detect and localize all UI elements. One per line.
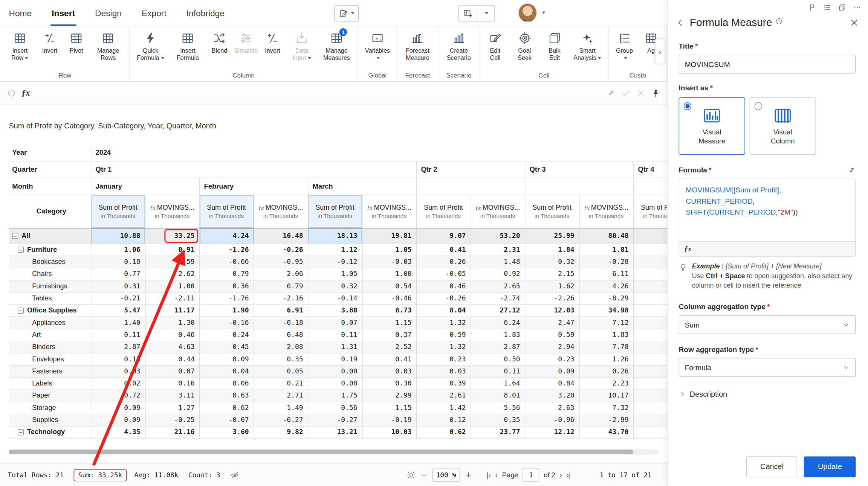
measure-header-movings-9[interactable]: ƒxMOVINGS...in Thousands [579, 195, 633, 228]
tab-home[interactable]: Home [9, 0, 32, 26]
cell-technology-9[interactable]: 43.70 [579, 426, 633, 438]
option-visual-column[interactable]: Visual Column [750, 98, 816, 155]
cell-paper-8[interactable]: 3.20 [525, 389, 579, 401]
category-header[interactable]: Category [9, 195, 91, 228]
cell-paper-0[interactable]: 0.72 [91, 389, 145, 401]
cell-paper-5[interactable]: 2.99 [362, 389, 416, 401]
ribbon-button-pivot[interactable]: Pivot [64, 29, 89, 57]
cell-envelopes-1[interactable]: 0.44 [145, 353, 199, 365]
measure-header-sum-of-profit-6[interactable]: Sum of Profitin Thousands [416, 195, 471, 228]
add-visual-icon[interactable] [459, 6, 476, 21]
cell-tables-9[interactable]: -8.29 [579, 292, 633, 304]
cell-furniture-1[interactable]: 0.91 [145, 244, 199, 256]
row-label-fasteners[interactable]: Fasteners [9, 365, 91, 377]
collapse-icon[interactable]: – [18, 247, 24, 253]
cell-envelopes-7[interactable]: 0.50 [471, 353, 525, 365]
row-label-appliances[interactable]: Appliances [9, 316, 91, 328]
cell-binders-7[interactable]: 2.87 [471, 341, 525, 353]
tab-export[interactable]: Export [142, 0, 167, 26]
cell-storage-clipped[interactable] [633, 402, 667, 414]
quarter-header-qtr-1[interactable]: Qtr 1 [91, 161, 416, 178]
cell-appliances-1[interactable]: 1.30 [145, 316, 199, 328]
cell-envelopes-0[interactable]: 0.15 [91, 353, 145, 365]
cell-appliances-0[interactable]: 1.40 [91, 316, 145, 328]
cell-art-6[interactable]: 0.59 [416, 329, 471, 341]
cell-art-5[interactable]: 0.37 [362, 329, 416, 341]
cell-labels-8[interactable]: 0.84 [525, 377, 579, 389]
cell-technology-8[interactable]: 12.12 [525, 426, 579, 438]
row-label-office-supplies[interactable]: –Office Supplies [9, 304, 91, 316]
add-visual-split-button[interactable] [458, 5, 495, 21]
cell-technology-clipped[interactable] [633, 426, 667, 438]
expand-formula-icon[interactable] [606, 88, 616, 98]
cell-all-6[interactable]: 9.07 [416, 228, 471, 243]
cell-office-supplies-2[interactable]: 1.90 [199, 304, 254, 316]
ribbon-button-group[interactable]: Group [612, 29, 637, 64]
cell-chairs-8[interactable]: 2.15 [525, 268, 579, 280]
collapse-icon[interactable]: – [18, 430, 24, 436]
measure-header-sum-of-profit-10[interactable]: Sum of Profitin Thousands [633, 195, 667, 228]
cell-office-supplies-0[interactable]: 5.47 [91, 304, 145, 316]
ribbon-button-bulk-edit[interactable]: Bulk Edit [541, 29, 568, 64]
cell-supplies-9[interactable]: -2.99 [579, 414, 633, 426]
cell-bookcases-2[interactable]: -0.66 [199, 256, 254, 268]
back-icon[interactable] [675, 18, 685, 27]
cell-all-8[interactable]: 25.99 [525, 228, 579, 243]
cell-all-9[interactable]: 80.48 [579, 228, 633, 243]
cell-storage-5[interactable]: 1.15 [362, 402, 416, 414]
ribbon-button-insert-row[interactable]: Insert Row [4, 29, 36, 64]
user-avatar[interactable] [518, 3, 537, 22]
cell-all-0[interactable]: 10.88 [91, 228, 145, 243]
first-page-icon[interactable]: |‹ [486, 471, 491, 479]
cell-binders-8[interactable]: 2.94 [525, 341, 579, 353]
cell-storage-3[interactable]: 1.49 [254, 402, 308, 414]
month-header-empty[interactable] [525, 178, 633, 195]
cell-office-supplies-8[interactable]: 12.03 [525, 304, 579, 316]
cell-furnishings-7[interactable]: 2.65 [471, 280, 525, 292]
settings-gear-icon[interactable] [406, 470, 416, 480]
cell-appliances-4[interactable]: 0.07 [308, 316, 362, 328]
axis-label-year[interactable]: Year [9, 145, 91, 161]
cell-furniture-2[interactable]: -1.26 [199, 244, 254, 256]
cell-furnishings-0[interactable]: 0.31 [91, 280, 145, 292]
cell-storage-8[interactable]: 2.63 [525, 402, 579, 414]
cell-chairs-5[interactable]: 1.00 [362, 268, 416, 280]
cell-labels-7[interactable]: 1.64 [471, 377, 525, 389]
cell-all-3[interactable]: 16.48 [254, 228, 308, 243]
confirm-icon[interactable] [621, 88, 631, 98]
cell-all-1[interactable]: 33.25 [145, 228, 199, 243]
cell-appliances-7[interactable]: 6.24 [471, 316, 525, 328]
cell-bookcases-0[interactable]: 0.18 [91, 256, 145, 268]
cell-binders-1[interactable]: 4.63 [145, 341, 199, 353]
cell-furniture-4[interactable]: 1.12 [308, 244, 362, 256]
cell-art-clipped[interactable] [633, 329, 667, 341]
row-label-furniture[interactable]: –Furniture [9, 244, 91, 256]
cell-tables-clipped[interactable] [633, 292, 667, 304]
cell-art-8[interactable]: 0.59 [525, 329, 579, 341]
cell-fasteners-2[interactable]: 0.04 [199, 365, 254, 377]
ribbon-button-create-scenario[interactable]: Create Scenario [441, 29, 476, 64]
cell-office-supplies-7[interactable]: 27.12 [471, 304, 525, 316]
cell-fasteners-5[interactable]: 0.03 [362, 365, 416, 377]
cell-labels-0[interactable]: 0.02 [91, 377, 145, 389]
cell-office-supplies-clipped[interactable] [633, 304, 667, 316]
cell-appliances-3[interactable]: -0.18 [254, 316, 308, 328]
cell-fasteners-clipped[interactable] [633, 365, 667, 377]
cell-technology-3[interactable]: 9.82 [254, 426, 308, 438]
ribbon-button-data-input[interactable]: Data Input [286, 29, 317, 64]
cell-bookcases-1[interactable]: -0.59 [145, 256, 199, 268]
quarter-header-qtr-2[interactable]: Qtr 2 [416, 161, 525, 178]
measure-header-sum-of-profit-8[interactable]: Sum of Profitin Thousands [525, 195, 579, 228]
cell-chairs-1[interactable]: 2.62 [145, 268, 199, 280]
formula-input[interactable] [35, 85, 601, 101]
cell-furnishings-9[interactable]: 4.26 [579, 280, 633, 292]
last-page-icon[interactable]: ›| [567, 471, 571, 479]
cell-envelopes-2[interactable]: 0.09 [199, 353, 254, 365]
cell-paper-4[interactable]: 1.75 [308, 389, 362, 401]
cell-furniture-6[interactable]: 0.41 [416, 244, 471, 256]
cell-technology-5[interactable]: 10.03 [362, 426, 416, 438]
avatar-chevron-down-icon[interactable] [542, 12, 546, 14]
cell-labels-clipped[interactable] [633, 377, 667, 389]
cell-paper-7[interactable]: 8.01 [471, 389, 525, 401]
cell-labels-1[interactable]: 0.16 [145, 377, 199, 389]
